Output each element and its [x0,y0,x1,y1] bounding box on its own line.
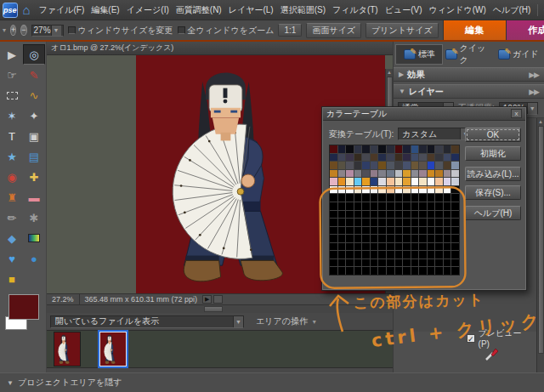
palette-swatch[interactable] [378,186,386,194]
menu-item[interactable]: ヘルプ(H) [490,3,535,18]
canvas-horizontal-scrollbar[interactable] [47,304,393,313]
palette-swatch[interactable] [419,219,427,226]
brush-tool[interactable]: ✏ [1,207,23,228]
actual-pixels-button[interactable]: 1:1 [278,24,302,37]
palette-swatch[interactable] [362,251,370,258]
palette-swatch[interactable] [330,219,337,226]
palette-swatch[interactable] [362,178,370,185]
palette-swatch[interactable] [371,259,378,267]
palette-swatch[interactable] [395,259,403,267]
gradient-tool[interactable] [23,228,45,248]
chevron-down-icon[interactable]: ▼ [233,316,243,327]
palette-swatch[interactable] [411,227,419,235]
palette-swatch[interactable] [411,186,419,194]
palette-swatch[interactable] [395,162,403,169]
palette-swatch[interactable] [411,211,419,219]
mode-tab-edit[interactable]: 編集 [443,20,506,40]
palette-swatch[interactable] [428,170,435,178]
palette-swatch[interactable] [371,178,378,185]
palette-swatch[interactable] [403,211,411,219]
palette-swatch[interactable] [428,162,435,169]
palette-swatch[interactable] [346,154,354,162]
healing-brush-tool[interactable]: ✚ [23,167,45,187]
menu-item[interactable]: フィルタ(T) [329,3,382,18]
tab-guided[interactable]: ガイド [495,44,542,65]
palette-swatch[interactable] [371,162,378,169]
palette-swatch[interactable] [428,194,435,202]
palette-swatch[interactable] [411,219,419,226]
palette-swatch[interactable] [435,219,443,226]
palette-swatch[interactable] [428,145,435,153]
palette-swatch[interactable] [444,243,451,251]
palette-swatch[interactable] [411,235,419,242]
palette-swatch[interactable] [435,194,443,202]
palette-swatch[interactable] [330,194,337,202]
palette-swatch[interactable] [435,162,443,169]
menu-item[interactable]: ビュー(V) [382,3,426,18]
palette-swatch[interactable] [346,235,354,242]
palette-swatch[interactable] [330,154,337,162]
palette-swatch[interactable] [428,259,435,267]
zoom-level-input[interactable]: 27% ▼ [31,25,64,37]
palette-swatch[interactable] [451,154,459,162]
palette-swatch[interactable] [395,170,403,178]
palette-swatch[interactable] [411,162,419,169]
palette-swatch[interactable] [330,162,337,169]
palette-swatch[interactable] [354,154,362,162]
palette-swatch[interactable] [387,202,394,210]
palette-swatch[interactable] [444,202,451,210]
ok-button[interactable]: OK [465,128,521,142]
palette-swatch[interactable] [411,170,419,178]
palette-swatch[interactable] [330,259,337,267]
palette-swatch[interactable] [362,186,370,194]
palette-swatch[interactable] [395,186,403,194]
palette-swatch[interactable] [354,170,362,178]
menu-item[interactable]: ファイル(F) [36,3,88,18]
eyedropper-tool[interactable]: ✎ [23,65,45,85]
palette-swatch[interactable] [395,194,403,202]
palette-swatch[interactable] [338,194,346,202]
document-title-bar[interactable]: オロ1.bmp @ 27.2%(インデックス) [47,42,393,55]
selection-brush-tool[interactable]: ✦ [23,105,45,126]
crop-tool[interactable]: ▣ [23,126,45,146]
palette-swatch[interactable] [371,145,378,153]
palette-swatch[interactable] [378,178,386,185]
palette-swatch[interactable] [428,227,435,235]
palette-swatch[interactable] [338,162,346,169]
magic-wand-tool[interactable]: ✶ [1,105,23,126]
palette-swatch[interactable] [338,251,346,258]
palette-swatch[interactable] [387,162,394,169]
load-button[interactable]: 読み込み(L)... [465,167,521,181]
palette-swatch[interactable] [362,227,370,235]
palette-swatch[interactable] [403,219,411,226]
scroll-up-icon[interactable]: ▲ [387,69,392,77]
palette-swatch[interactable] [330,170,337,178]
palette-swatch[interactable] [338,227,346,235]
palette-swatch[interactable] [346,211,354,219]
palette-swatch[interactable] [395,178,403,185]
palette-swatch[interactable] [403,194,411,202]
palette-swatch[interactable] [435,227,443,235]
palette-swatch[interactable] [378,162,386,169]
palette-swatch[interactable] [444,211,451,219]
palette-swatch[interactable] [378,219,386,226]
palette-swatch[interactable] [330,235,337,242]
palette-swatch[interactable] [419,186,427,194]
palette-swatch[interactable] [378,227,386,235]
chevron-down-icon[interactable]: ▾ [3,26,6,34]
menu-item[interactable]: 画質調整(N) [173,3,225,18]
palette-swatch[interactable] [403,251,411,258]
palette-swatch[interactable] [419,259,427,267]
palette-swatch[interactable] [403,227,411,235]
palette-swatch[interactable] [362,219,370,226]
palette-swatch[interactable] [419,243,427,251]
shape-tool[interactable]: ♥ [1,248,23,269]
palette-swatch[interactable] [346,243,354,251]
zoom-all-windows-checkbox[interactable]: 全ウィンドウをズーム [178,25,275,37]
scroll-up-icon[interactable]: ▲ [538,118,543,126]
menu-item[interactable]: レイヤー(L) [225,3,277,18]
palette-swatch[interactable] [362,243,370,251]
palette-swatch[interactable] [338,202,346,210]
palette-swatch[interactable] [387,145,394,153]
palette-swatch[interactable] [451,170,459,178]
